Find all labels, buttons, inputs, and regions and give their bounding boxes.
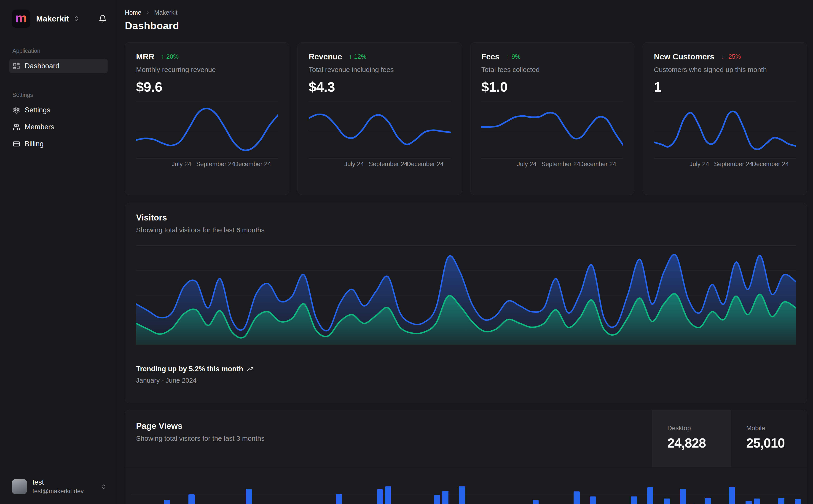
visitors-card: Visitors Showing total visitors for the … [125,203,807,403]
page-views-bar [631,496,637,504]
stat-title: Fees [481,52,500,61]
user-name: test [32,478,84,486]
page-views-bar [385,486,391,504]
page-views-card: Page Views Showing total visitors for th… [125,410,807,504]
trend-badge: ↑9% [506,53,520,60]
stat-value: $4.3 [309,79,451,95]
sidebar-nav: Application Dashboard Settings Settings … [0,48,117,151]
page-views-bar [246,489,252,504]
x-axis-labels: July 24 September 24 December 24 [481,161,624,170]
gear-icon [13,106,20,114]
page-views-bar [573,491,580,504]
stat-value: $1.0 [481,79,624,95]
page-views-bar [434,495,440,504]
stat-title: MRR [136,52,154,61]
x-axis-labels: July 24 September 24 December 24 [654,161,796,170]
toggle-mobile[interactable]: Mobile 25,010 [731,410,807,467]
stat-description: Total revenue including fees [309,66,451,74]
x-axis-labels: July 24 September 24 December 24 [309,161,451,170]
chevron-right-icon [145,10,150,16]
page-views-bar [590,496,596,504]
main-content: Home Makerkit Dashboard MRR ↑20% Monthly… [117,0,813,504]
user-menu[interactable]: test test@makerkit.dev [0,471,117,504]
stats-row: MRR ↑20% Monthly recurring revenue $9.6 … [125,42,807,195]
sidebar-item-label: Members [25,123,54,131]
stat-description: Customers who signed up this month [654,66,796,74]
trend-arrow-icon: ↑ [161,53,164,60]
stat-description: Total fees collected [481,66,624,74]
trend-badge: ↑20% [161,53,179,60]
sparkline-chart: July 24 September 24 December 24 [136,101,278,170]
page-views-bar [705,498,711,504]
breadcrumb-home[interactable]: Home [125,9,141,16]
page-views-bar-chart [131,469,801,504]
stat-title: New Customers [654,52,715,61]
page-views-bar [164,500,170,504]
stat-card-mrr: MRR ↑20% Monthly recurring revenue $9.6 … [125,42,289,195]
logo-letter: m [15,11,27,24]
page-title: Dashboard [125,20,807,32]
page-views-bar [795,499,801,504]
trend-badge: ↓-25% [721,53,741,60]
layout-dashboard-icon [13,62,20,70]
sidebar-item-settings[interactable]: Settings [9,103,108,117]
workspace-name[interactable]: Makerkit [36,14,69,23]
credit-card-icon [13,140,20,148]
sidebar-item-label: Dashboard [25,62,59,70]
stat-card-fees: Fees ↑9% Total fees collected $1.0 July … [470,42,635,195]
page-views-title: Page Views [136,421,641,431]
trend-arrow-icon: ↑ [349,53,352,60]
sparkline-chart: July 24 September 24 December 24 [309,101,451,170]
notifications-bell-icon[interactable] [98,15,107,23]
workspace-header: m Makerkit [0,0,117,28]
page-views-header: Page Views Showing total visitors for th… [125,410,807,467]
users-icon [13,123,20,131]
page-views-bar [188,494,194,504]
visitors-title: Visitors [136,213,796,223]
date-range: January - June 2024 [136,377,796,384]
sidebar-item-members[interactable]: Members [9,120,108,134]
page-views-bar [336,494,342,504]
sparkline-chart: July 24 September 24 December 24 [654,101,796,170]
trend-badge: ↑12% [349,53,367,60]
stat-value: $9.6 [136,79,278,95]
sparkline-chart: July 24 September 24 December 24 [481,101,624,170]
page-views-bar [778,498,784,504]
user-avatar [12,479,27,494]
visitors-subtitle: Showing total visitors for the last 6 mo… [136,226,796,234]
chevrons-up-down-icon[interactable] [73,16,80,22]
page-views-bar [459,486,465,504]
page-views-bar [533,500,539,504]
nav-section-label: Settings [9,92,108,98]
x-axis-labels: July 24 September 24 December 24 [136,161,278,170]
nav-section-label: Application [9,48,108,54]
user-email: test@makerkit.dev [32,488,84,495]
page-views-bar [680,489,686,504]
trend-arrow-icon: ↓ [721,53,725,60]
stat-value: 1 [654,79,796,95]
page-views-subtitle: Showing total visitors for the last 3 mo… [136,435,641,442]
page-views-bar [647,487,654,504]
stat-title: Revenue [309,52,342,61]
sidebar: m Makerkit Application Dashboard Setting… [0,0,117,504]
sidebar-item-label: Billing [25,140,44,148]
page-views-bar [754,499,760,504]
sidebar-item-billing[interactable]: Billing [9,137,108,151]
page-views-bar [377,489,383,504]
stat-card-new-customers: New Customers ↓-25% Customers who signed… [643,42,807,195]
page-views-bar [442,491,448,504]
app-logo: m [12,10,30,28]
toggle-label: Mobile [746,424,807,432]
toggle-label: Desktop [667,424,731,432]
visitors-footer: Trending up by 5.2% this month January -… [136,365,796,384]
trend-arrow-icon: ↑ [506,53,509,60]
breadcrumb-current: Makerkit [154,9,177,16]
toggle-desktop[interactable]: Desktop 24,828 [652,410,731,467]
chevrons-up-down-icon [101,484,107,490]
page-views-bar [664,499,670,504]
trend-text: Trending up by 5.2% this month [136,365,243,373]
breadcrumb: Home Makerkit [125,9,807,16]
page-views-bar [746,501,752,504]
sidebar-item-dashboard[interactable]: Dashboard [9,59,108,73]
visitors-area-chart [136,245,796,345]
